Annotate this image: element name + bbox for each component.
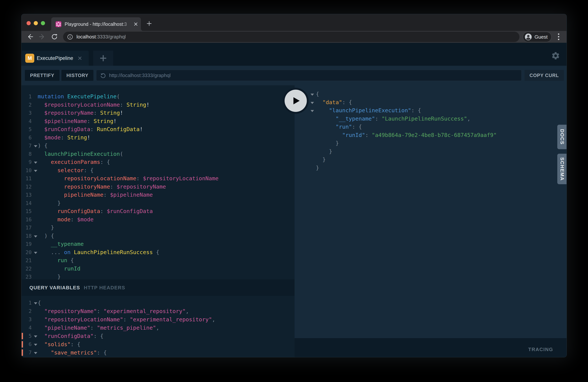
code-line: 7) { [21,142,294,150]
code-text: ) { [38,142,47,150]
line-number: 3 [21,109,32,117]
window-close-button[interactable] [26,21,31,25]
code-line: { [294,90,567,98]
code-line: 11 repositoryLocationName: $repositoryLo… [21,174,294,183]
fold-arrow-icon[interactable] [34,162,37,164]
line-number: 1 [21,299,32,307]
fold-arrow-icon[interactable] [311,94,314,96]
code-text: ... on LaunchPipelineRunSuccess { [38,248,159,256]
browser-tab-close-icon[interactable] [133,22,138,26]
code-text: } [38,224,54,232]
new-session-tab-button[interactable] [93,51,113,66]
session-tab-close-icon[interactable] [77,56,82,61]
fold-arrow-icon[interactable] [34,235,37,237]
code-text: run { [38,256,74,265]
back-button[interactable] [25,32,35,41]
fold-arrow-icon[interactable] [34,302,37,304]
line-number: 5 [21,332,32,340]
query-variables-editor[interactable]: 1{2 "repositoryName": "experimental_repo… [21,296,294,357]
code-text: } [316,164,319,172]
line-number: 7 [21,348,32,357]
profile-label: Guest [534,34,547,40]
code-line: 19 __typename [21,240,294,248]
fold-arrow-icon[interactable] [34,145,37,147]
code-text: launchPipelineExecution( [38,150,123,158]
variables-header: QUERY VARIABLES HTTP HEADERS [21,279,294,296]
code-text: "data": { [316,98,352,106]
mutation-badge: M [25,54,34,63]
settings-gear-icon[interactable] [551,51,560,60]
code-text: repositoryLocationName: $repositoryLocat… [38,174,218,183]
browser-tabstrip: Playground - http://localhost:3 [21,14,567,31]
code-text: $pipelineName: String! [38,117,117,126]
fold-arrow-icon[interactable] [34,252,37,254]
browser-toolbar: localhost:3333/graphql Guest [21,31,567,43]
code-text: "run": { [316,123,362,131]
code-line: 14 } [21,199,294,207]
site-info-icon[interactable] [67,34,73,40]
prettify-button[interactable]: PRETTIFY [25,70,60,81]
playground-main: 1mutation ExecutePipeline(2 $repositoryL… [21,85,567,357]
line-number: 2 [21,307,32,315]
code-line: 2 "repositoryName": "experimental_reposi… [21,307,294,315]
fold-arrow-icon[interactable] [311,110,314,112]
code-line: 6 $mode: String! [21,133,294,142]
session-tab[interactable]: M ExecutePipeline [22,51,89,66]
profile-button[interactable]: Guest [523,32,552,42]
code-line: "__typename": "LaunchPipelineRunSuccess"… [294,115,567,123]
response-viewer[interactable]: { "data": { "launchPipelineExecution": {… [294,85,567,338]
line-number: 17 [21,224,32,232]
code-text: } [316,156,326,164]
docs-side-tab[interactable]: DOCS [557,125,567,149]
code-text: { [38,299,41,307]
code-line: 7 "save_metrics": { [21,348,294,357]
code-text: mode: $mode [38,215,94,224]
code-text: runId [38,265,81,273]
forward-button[interactable] [38,32,47,41]
url-text: localhost:3333/graphql [77,34,126,40]
code-line: 6 "solids": { [21,340,294,348]
code-text: } [38,273,61,279]
fold-arrow-icon[interactable] [34,344,37,346]
code-line: 21 run { [21,256,294,265]
code-line: } [294,156,567,164]
url-path: :3333/graphql [96,34,126,40]
reload-button[interactable] [50,32,59,41]
new-tab-button[interactable] [146,20,153,27]
history-button[interactable]: HISTORY [62,70,93,81]
line-number: 11 [21,174,32,183]
address-bar[interactable]: localhost:3333/graphql [63,32,520,42]
browser-tab[interactable]: Playground - http://localhost:3 [51,17,141,31]
tab-http-headers[interactable]: HTTP HEADERS [84,285,125,291]
fold-arrow-icon[interactable] [34,170,37,172]
window-zoom-button[interactable] [41,21,45,25]
schema-side-tab[interactable]: SCHEMA [557,154,567,184]
fold-arrow-icon[interactable] [34,352,37,354]
code-text: "solids": { [38,340,81,348]
copy-curl-button[interactable]: COPY CURL [525,70,564,81]
code-line: 22 runId [21,265,294,273]
browser-menu-icon[interactable] [554,33,563,41]
code-line: 2 $repositoryLocationName: String! [21,101,294,109]
fold-arrow-icon[interactable] [311,102,314,104]
line-number: 16 [21,215,32,224]
code-line: 10 selector: { [21,166,294,175]
fold-arrow-icon[interactable] [34,336,37,338]
line-number: 12 [21,183,32,191]
line-number: 3 [21,315,32,324]
code-line: } [294,164,567,172]
tracing-toggle[interactable]: TRACING [528,347,553,352]
query-editor[interactable]: 1mutation ExecutePipeline(2 $repositoryL… [21,85,294,279]
line-number: 8 [21,150,32,158]
code-line: "run": { [294,123,567,131]
window-minimize-button[interactable] [34,21,38,25]
code-text: $runConfigData: RunConfigData! [38,125,143,133]
reconnect-icon[interactable] [100,72,106,79]
code-line: } [294,148,567,156]
code-text: } [38,199,61,207]
code-line: 1mutation ExecutePipeline( [21,92,294,101]
tab-query-variables[interactable]: QUERY VARIABLES [29,285,80,291]
url-host: localhost [77,34,96,40]
execute-button[interactable] [283,88,309,114]
endpoint-input[interactable]: http://localhost:3333/graphql [96,70,522,81]
